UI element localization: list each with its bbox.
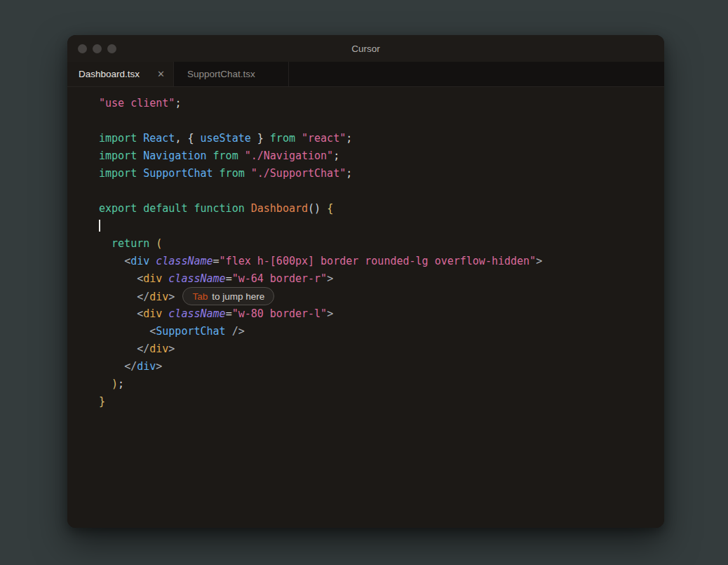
- code-line[interactable]: import Navigation from "./Navigation";: [99, 147, 664, 165]
- code-token: />: [232, 325, 245, 338]
- code-token: =: [226, 307, 232, 320]
- code-token: [162, 307, 168, 320]
- code-line[interactable]: import SupportChat from "./SupportChat";: [99, 165, 664, 182]
- code-token: Dashboard: [251, 202, 308, 215]
- code-token: [162, 272, 168, 285]
- code-line[interactable]: </div>Tabto jump here: [99, 288, 664, 305]
- code-token: div: [149, 343, 168, 355]
- code-token: from: [270, 132, 295, 145]
- window-titlebar[interactable]: Cursor: [67, 35, 664, 62]
- code-token: </: [137, 291, 149, 303]
- code-token: <: [124, 255, 130, 267]
- code-token: >: [327, 272, 333, 285]
- code-token: (: [156, 237, 162, 250]
- code-token: [137, 202, 143, 215]
- code-token: [137, 132, 143, 145]
- code-token: [207, 149, 213, 162]
- hint-text: to jump here: [212, 288, 264, 305]
- code-token: "w-80 border-l": [232, 307, 327, 320]
- code-token: ;: [346, 167, 352, 180]
- code-token: ;: [346, 132, 352, 145]
- code-line[interactable]: <div className="w-64 border-r">: [99, 270, 664, 288]
- code-token: "./SupportChat": [251, 167, 346, 180]
- tab-key-label: Tab: [192, 288, 208, 305]
- code-token: import: [99, 167, 137, 180]
- code-token: =: [213, 255, 220, 267]
- code-token: SupportChat: [143, 167, 213, 180]
- code-line[interactable]: "use client";: [99, 95, 664, 112]
- code-line[interactable]: <div className="flex h-[600px] border ro…: [99, 253, 664, 270]
- code-token: [99, 272, 137, 285]
- code-token: [99, 325, 149, 338]
- code-token: SupportChat: [156, 325, 225, 338]
- code-token: >: [327, 307, 333, 320]
- code-line[interactable]: </div>: [99, 340, 664, 358]
- code-token: div: [149, 291, 168, 303]
- editor-tab-bar: Dashboard.tsx ✕ SupportChat.tsx: [67, 62, 664, 87]
- code-token: </: [124, 360, 137, 373]
- code-token: className: [168, 272, 225, 285]
- code-token: React: [143, 132, 175, 145]
- code-token: [99, 360, 124, 373]
- code-token: <: [149, 325, 156, 338]
- code-line[interactable]: }: [99, 393, 664, 411]
- code-line[interactable]: [99, 182, 664, 200]
- code-token: }: [99, 395, 105, 408]
- code-token: [99, 291, 137, 303]
- code-token: [99, 343, 137, 355]
- code-token: </: [137, 343, 149, 355]
- code-token: className: [168, 307, 225, 320]
- code-token: from: [220, 167, 245, 180]
- code-token: , {: [175, 132, 200, 145]
- code-line[interactable]: return (: [99, 235, 664, 253]
- tab-supportchat-tsx[interactable]: SupportChat.tsx: [174, 62, 289, 86]
- code-token: div: [137, 360, 156, 373]
- code-token: "./Navigation": [245, 149, 333, 162]
- cursor-window: Cursor Dashboard.tsx ✕ SupportChat.tsx "…: [67, 35, 664, 528]
- code-token: [321, 202, 327, 215]
- code-line[interactable]: import React, { useState } from "react";: [99, 130, 664, 147]
- code-token: function: [194, 202, 244, 215]
- code-line[interactable]: <SupportChat />: [99, 323, 664, 340]
- code-token: [245, 167, 251, 180]
- code-token: [137, 167, 143, 180]
- code-line[interactable]: );: [99, 375, 664, 393]
- code-token: >: [168, 291, 175, 303]
- code-token: div: [130, 255, 149, 267]
- window-title: Cursor: [67, 44, 664, 54]
- code-editor[interactable]: "use client";import React, { useState } …: [67, 87, 664, 528]
- code-token: "w-64 border-r": [232, 272, 327, 285]
- code-token: ;: [175, 97, 181, 109]
- tab-label: SupportChat.tsx: [187, 69, 255, 79]
- code-line[interactable]: export default function Dashboard() {: [99, 200, 664, 218]
- code-token: [99, 237, 112, 250]
- code-token: "flex h-[600px] border rounded-lg overfl…: [220, 255, 537, 267]
- tab-dashboard-tsx[interactable]: Dashboard.tsx ✕: [67, 62, 174, 86]
- code-token: import: [99, 149, 137, 162]
- code-token: "use client": [99, 97, 175, 109]
- code-token: [213, 167, 220, 180]
- code-token: [149, 255, 156, 267]
- code-line[interactable]: [99, 112, 664, 130]
- code-token: =: [226, 272, 232, 285]
- code-token: >: [536, 255, 542, 267]
- code-token: div: [143, 272, 162, 285]
- code-token: className: [156, 255, 213, 267]
- code-line[interactable]: [99, 218, 664, 235]
- code-line[interactable]: </div>: [99, 358, 664, 375]
- code-token: [137, 149, 143, 162]
- code-token: >: [168, 343, 175, 355]
- code-token: default: [143, 202, 187, 215]
- tab-jump-hint-pill[interactable]: Tabto jump here: [182, 287, 274, 305]
- code-token: <: [137, 307, 143, 320]
- close-tab-icon[interactable]: ✕: [157, 69, 165, 79]
- code-token: <: [137, 272, 143, 285]
- text-cursor: [99, 220, 100, 232]
- code-token: [226, 325, 232, 338]
- code-token: >: [156, 360, 162, 373]
- code-token: {: [327, 202, 333, 215]
- code-token: div: [143, 307, 162, 320]
- code-line[interactable]: <div className="w-80 border-l">: [99, 305, 664, 323]
- code-token: ;: [118, 378, 124, 390]
- code-token: ;: [333, 149, 339, 162]
